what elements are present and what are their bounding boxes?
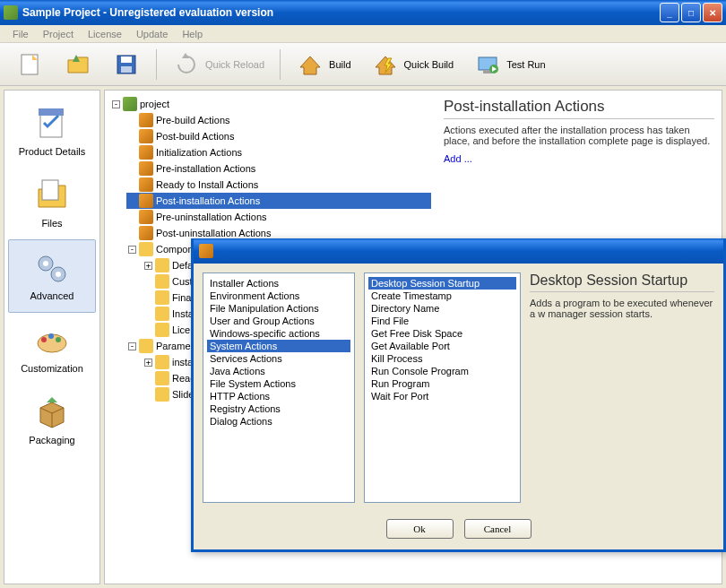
sidebar-item-label: Packaging (29, 435, 74, 445)
action-icon (139, 113, 153, 127)
tree-node[interactable]: Pre-uninstallation Actions (126, 209, 431, 225)
menu-license[interactable]: License (81, 27, 129, 41)
window-title: Sample Project - Unregistered evaluation… (22, 6, 660, 19)
tree-node-selected[interactable]: Post-installation Actions (126, 193, 431, 209)
list-item[interactable]: Environment Actions (207, 290, 350, 302)
list-item[interactable]: File Manipulation Actions (207, 302, 350, 315)
list-item[interactable]: Kill Process (368, 352, 516, 365)
svg-point-16 (43, 261, 48, 266)
folder-icon (139, 242, 153, 256)
list-item[interactable]: Get Free Disk Space (368, 327, 516, 340)
tree-node[interactable]: Pre-installation Actions (126, 160, 431, 177)
menubar: File Project License Update Help (0, 25, 726, 43)
sidebar-item-packaging[interactable]: Packaging (4, 385, 99, 456)
save-button[interactable] (104, 46, 149, 83)
sidebar-item-product-details[interactable]: Product Details (4, 96, 99, 168)
list-item[interactable]: Run Program (368, 377, 516, 390)
test-run-button[interactable]: Test Run (465, 46, 553, 83)
action-icon (139, 194, 153, 208)
list-item[interactable]: Wait For Port (368, 390, 516, 402)
list-item[interactable]: User and Group Actions (207, 315, 350, 327)
sidebar: Product Details Files Advanced Customiza… (4, 90, 100, 584)
build-label: Build (329, 59, 350, 70)
folder-icon (155, 387, 169, 402)
window-titlebar: Sample Project - Unregistered evaluation… (0, 0, 726, 25)
list-item[interactable]: Dialog Actions (207, 415, 350, 428)
svg-rect-14 (42, 180, 58, 200)
window-controls: _ □ ✕ (660, 3, 722, 22)
sidebar-item-files[interactable]: Files (4, 168, 99, 239)
list-item[interactable]: File System Actions (207, 377, 350, 390)
test-run-icon (473, 50, 502, 79)
tree-node[interactable]: Ready to Install Actions (126, 177, 431, 193)
action-icon (139, 177, 153, 192)
list-item[interactable]: Registry Actions (207, 402, 350, 415)
menu-file[interactable]: File (5, 27, 36, 41)
tree-node[interactable]: Pre-build Actions (126, 112, 431, 128)
category-list[interactable]: Installer Actions Environment Actions Fi… (203, 272, 355, 503)
minimize-button[interactable]: _ (660, 3, 679, 22)
toolbar-separator (156, 49, 157, 80)
sidebar-item-label: Product Details (19, 146, 86, 157)
add-link[interactable]: Add ... (444, 153, 714, 164)
svg-rect-5 (121, 66, 132, 73)
list-item[interactable]: Java Actions (207, 365, 350, 377)
sidebar-item-advanced[interactable]: Advanced (8, 239, 96, 313)
open-button[interactable] (56, 46, 100, 83)
folder-icon (139, 339, 153, 353)
sidebar-item-customization[interactable]: Customization (4, 313, 99, 385)
tree-node[interactable]: Post-build Actions (126, 128, 431, 144)
folder-icon (155, 290, 169, 305)
app-icon (4, 5, 18, 20)
svg-point-21 (48, 333, 54, 339)
quick-build-icon (371, 50, 400, 79)
test-run-label: Test Run (506, 59, 545, 70)
quick-build-button[interactable]: Quick Build (363, 46, 462, 83)
list-item[interactable]: Directory Name (368, 302, 516, 315)
toolbar: Quick Reload Build Quick Build Test Run (0, 43, 726, 86)
sidebar-item-label: Advanced (30, 290, 74, 301)
dialog-titlebar[interactable] (194, 238, 723, 264)
list-item-selected[interactable]: Desktop Session Startup (368, 277, 516, 290)
list-item-selected[interactable]: System Actions (207, 340, 350, 352)
build-button[interactable]: Build (288, 46, 359, 83)
menu-help[interactable]: Help (175, 27, 210, 41)
tree-node-project[interactable]: -project (110, 96, 431, 112)
list-item[interactable]: Get Available Port (368, 340, 516, 352)
list-item[interactable]: Run Console Program (368, 365, 516, 377)
list-item[interactable]: Windows-specific actions (207, 327, 350, 340)
tree-node[interactable]: Initialization Actions (126, 144, 431, 160)
list-item[interactable]: Services Actions (207, 352, 350, 365)
menu-update[interactable]: Update (129, 27, 175, 41)
ok-button[interactable]: Ok (386, 519, 454, 539)
dialog-body: Installer Actions Environment Actions Fi… (194, 264, 723, 512)
quick-build-label: Quick Build (404, 59, 454, 70)
dialog-detail-title: Desktop Session Startup (530, 272, 714, 292)
list-item[interactable]: HTTP Actions (207, 390, 350, 402)
folder-icon (155, 307, 169, 321)
action-icon (139, 210, 153, 224)
svg-marker-23 (47, 397, 57, 402)
dialog-detail-panel: Desktop Session Startup Adds a program t… (530, 272, 714, 503)
menu-project[interactable]: Project (36, 27, 81, 41)
folder-icon (155, 258, 169, 272)
list-item[interactable]: Installer Actions (207, 277, 350, 290)
project-icon (123, 97, 137, 111)
list-item[interactable]: Find File (368, 315, 516, 327)
action-list[interactable]: Desktop Session Startup Create Timestamp… (364, 272, 521, 503)
new-button[interactable] (7, 46, 52, 83)
cancel-button[interactable]: Cancel (464, 519, 532, 539)
action-icon (139, 161, 153, 176)
list-item[interactable]: Create Timestamp (368, 290, 516, 302)
folder-icon (155, 274, 169, 289)
folder-icon (155, 323, 169, 337)
action-picker-dialog: Installer Actions Environment Actions Fi… (191, 238, 726, 552)
product-details-icon (33, 105, 71, 143)
maximize-button[interactable]: □ (681, 3, 701, 22)
svg-point-22 (56, 337, 61, 342)
svg-point-20 (41, 337, 47, 342)
sidebar-item-label: Customization (21, 363, 83, 374)
toolbar-separator (280, 49, 281, 80)
close-button[interactable]: ✕ (703, 3, 722, 22)
dialog-detail-description: Adds a program to be executed whenever a… (530, 298, 714, 319)
